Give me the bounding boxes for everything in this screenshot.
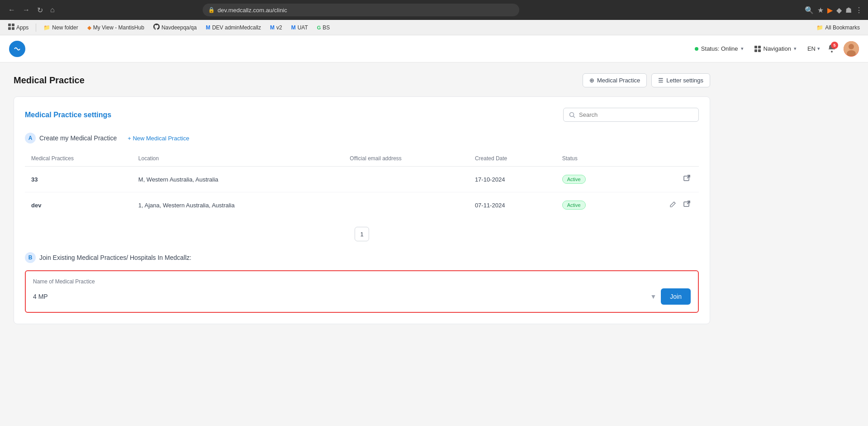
svg-rect-2 xyxy=(8,27,11,30)
new-medical-practice-link[interactable]: + New Medical Practice xyxy=(128,135,189,142)
col-status: Status xyxy=(556,151,626,167)
url-display: dev.medcallz.com.au/clinic xyxy=(218,7,287,14)
bookmark-uat-label: UAT xyxy=(298,24,308,31)
practice-status-dev: Active xyxy=(556,192,626,218)
edit-button-dev[interactable] xyxy=(668,199,678,211)
svg-line-18 xyxy=(687,201,690,204)
practice-location-33: M, Western Australia, Australia xyxy=(132,167,344,192)
section-b-letter: B xyxy=(25,252,36,263)
search-input[interactable] xyxy=(579,111,693,118)
all-bookmarks-folder-icon: 📁 xyxy=(816,24,823,31)
join-chevron-icon: ▼ xyxy=(650,293,656,300)
practice-table: Medical Practices Location Official emai… xyxy=(25,151,699,218)
bookmark-dev-label: DEV adminMedcallz xyxy=(212,24,261,31)
refresh-button[interactable]: ↻ xyxy=(34,4,46,16)
svg-point-9 xyxy=(831,51,833,53)
bookmark-apps[interactable]: Apps xyxy=(5,22,32,33)
section-b-header: B Join Existing Medical Practices/ Hospi… xyxy=(25,252,699,263)
m-icon-v2: M xyxy=(270,24,275,31)
page-content: Medical Practice ⊕ Medical Practice ☰ Le… xyxy=(0,62,724,335)
col-actions xyxy=(626,151,699,167)
navigation-button[interactable]: Navigation ▾ xyxy=(751,43,800,54)
nav-chevron: ▾ xyxy=(794,46,797,52)
search-box[interactable] xyxy=(563,108,699,122)
col-email: Official email address xyxy=(343,151,469,167)
pagination: 1 xyxy=(25,227,699,241)
bs-icon: G xyxy=(317,25,321,30)
bookmark-dev-admin[interactable]: M DEV adminMedcallz xyxy=(202,23,265,32)
view-button-dev[interactable] xyxy=(682,199,693,211)
bookmark-new-folder-label: New folder xyxy=(52,24,78,31)
section-b-title: Join Existing Medical Practices/ Hospita… xyxy=(39,254,191,261)
svg-line-14 xyxy=(574,116,575,118)
view-button-33[interactable] xyxy=(682,173,693,186)
bookmark-mantishub[interactable]: ◆ My View - MantisHub xyxy=(84,23,148,32)
address-bar[interactable]: 🔒 dev.medcallz.com.au/clinic xyxy=(203,4,519,16)
svg-rect-5 xyxy=(754,46,757,48)
svg-rect-7 xyxy=(754,49,757,52)
section-b: B Join Existing Medical Practices/ Hospi… xyxy=(25,252,699,313)
table-row: 33 M, Western Australia, Australia 17-10… xyxy=(25,167,699,192)
join-input-row: 4 MP ▼ Join xyxy=(33,288,691,305)
browser-puzzle-icon[interactable]: ◆ xyxy=(836,6,842,14)
practice-email-33 xyxy=(343,167,469,192)
svg-line-16 xyxy=(687,175,690,178)
page-header-actions: ⊕ Medical Practice ☰ Letter settings xyxy=(583,73,710,87)
card-title: Medical Practice settings xyxy=(25,111,111,119)
status-indicator[interactable]: Status: Online ▾ xyxy=(695,45,744,52)
row-action-buttons-33 xyxy=(632,173,693,186)
medical-practice-icon: ⊕ xyxy=(589,77,594,84)
practice-location-dev: 1, Ajana, Western Australia, Australia xyxy=(132,192,344,218)
bookmark-all-label: All Bookmarks xyxy=(825,24,860,31)
letter-settings-btn-label: Letter settings xyxy=(666,77,703,84)
browser-extension-icon[interactable]: ▶ xyxy=(827,6,833,14)
row-action-buttons-dev xyxy=(632,199,693,211)
practice-date-dev: 07-11-2024 xyxy=(469,192,556,218)
status-badge-33: Active xyxy=(562,175,586,184)
bookmark-v2[interactable]: M v2 xyxy=(266,23,286,32)
status-chevron: ▾ xyxy=(741,46,744,52)
view-icon-dev xyxy=(683,201,691,208)
avatar-initials xyxy=(844,41,859,57)
letter-settings-btn[interactable]: ☰ Letter settings xyxy=(651,73,710,87)
bookmark-bs-label: BS xyxy=(323,24,330,31)
section-a-header: A Create my Medical Practice + New Medic… xyxy=(25,133,699,144)
avatar[interactable] xyxy=(844,41,859,57)
section-a-title: Create my Medical Practice xyxy=(39,134,117,142)
bookmark-github[interactable]: Navdeepqa/qa xyxy=(150,22,200,33)
bookmark-all[interactable]: 📁 All Bookmarks xyxy=(813,23,863,32)
browser-star-icon[interactable]: ★ xyxy=(817,6,824,14)
notification-button[interactable]: 5 xyxy=(827,43,836,54)
browser-account-icon[interactable]: ☗ xyxy=(845,6,852,14)
practice-actions-dev xyxy=(626,192,699,218)
forward-button[interactable]: → xyxy=(20,4,33,16)
table-row: dev 1, Ajana, Western Australia, Austral… xyxy=(25,192,699,218)
bookmarks-bar: Apps 📁 New folder ◆ My View - MantisHub … xyxy=(0,20,868,35)
edit-icon xyxy=(669,201,676,208)
bookmark-v2-label: v2 xyxy=(276,24,282,31)
status-label: Status: Online xyxy=(701,45,738,52)
main-card: Medical Practice settings A Create my Me… xyxy=(14,96,710,324)
language-selector[interactable]: EN ▾ xyxy=(807,45,820,52)
join-select-wrapper[interactable]: 4 MP ▼ xyxy=(33,293,656,300)
apps-grid-icon xyxy=(8,24,14,31)
apps-label: Apps xyxy=(16,24,28,31)
app-logo[interactable] xyxy=(9,41,25,57)
practice-name-dev: dev xyxy=(25,192,132,218)
bookmark-uat[interactable]: M UAT xyxy=(288,23,312,32)
medical-practice-header-btn[interactable]: ⊕ Medical Practice xyxy=(583,73,647,87)
status-dot xyxy=(695,47,698,51)
join-section: Name of Medical Practice 4 MP ▼ Join xyxy=(25,270,699,313)
lang-label: EN xyxy=(807,45,816,52)
github-icon xyxy=(153,24,160,31)
back-button[interactable]: ← xyxy=(5,4,18,16)
grid-nav-icon xyxy=(754,46,761,52)
home-button[interactable]: ⌂ xyxy=(47,4,57,16)
bookmark-bs[interactable]: G BS xyxy=(313,23,334,32)
browser-search-icon[interactable]: 🔍 xyxy=(805,6,814,14)
browser-menu-icon[interactable]: ⋮ xyxy=(855,6,863,14)
page-number-1[interactable]: 1 xyxy=(355,227,369,241)
section-a-letter: A xyxy=(25,133,36,144)
bookmark-new-folder[interactable]: 📁 New folder xyxy=(40,23,81,32)
join-button[interactable]: Join xyxy=(661,288,691,305)
